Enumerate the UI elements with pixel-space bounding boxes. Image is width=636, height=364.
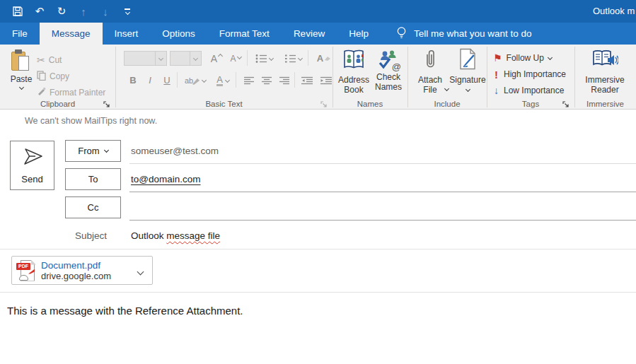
align-left-icon [241, 73, 257, 88]
paste-dropdown-icon [18, 85, 23, 90]
subject-divider [0, 249, 636, 249]
pdf-badge: PDF [16, 263, 30, 270]
format-painter-label: Format Painter [50, 88, 105, 98]
tab-message[interactable]: Message [40, 23, 103, 45]
attachment-filename[interactable]: Document.pdf [41, 260, 111, 271]
from-button[interactable]: From [65, 140, 121, 162]
copy-label: Copy [50, 71, 69, 81]
immersive-reader-icon [591, 49, 618, 73]
highlight-color-icon: ab [182, 73, 209, 88]
font-color-icon: A [212, 73, 233, 88]
undo-icon[interactable]: ↶ [32, 4, 47, 19]
attachment-card[interactable]: PDF Document.pdf drive.google.com [11, 256, 153, 285]
pdf-file-icon: PDF [18, 260, 36, 281]
underline-icon: U [161, 73, 173, 88]
to-button[interactable]: To [65, 168, 121, 190]
send-button[interactable]: Send [10, 141, 54, 190]
include-group-label: Include [407, 100, 487, 108]
subject-misspelled-text: message file [166, 230, 220, 241]
send-label: Send [21, 174, 42, 184]
check-names-button[interactable]: @ Check Names [372, 49, 405, 92]
grow-font-icon: A [208, 51, 225, 66]
from-dropdown-icon [104, 147, 109, 152]
shrink-font-icon: A [227, 51, 244, 66]
low-importance-icon: ↓ [493, 85, 499, 96]
decrease-indent-icon [299, 73, 316, 88]
names-group-label: Names [333, 100, 407, 108]
tags-dialog-launcher-icon[interactable] [562, 99, 570, 107]
scissors-icon: ✂ [37, 54, 45, 66]
tab-insert[interactable]: Insert [103, 23, 151, 45]
signature-button[interactable]: Signature [450, 48, 485, 91]
mailtips-notice: We can't show MailTips right now. [25, 116, 157, 126]
high-importance-button[interactable]: ! High Importance [493, 67, 566, 81]
address-book-icon [342, 49, 365, 73]
send-icon [21, 147, 44, 169]
check-names-icon: @ [377, 49, 400, 70]
attachment-dropdown-icon[interactable] [138, 264, 143, 277]
paste-icon [11, 49, 31, 72]
group-basic-text: A A A B I U ab A [115, 45, 333, 110]
font-name-select [124, 51, 167, 66]
clipboard-group-label: Clipboard [0, 100, 115, 108]
move-up-icon: ↑ [76, 4, 91, 19]
align-center-icon [259, 73, 274, 88]
group-names: Address Book @ Check Names Names [333, 45, 407, 110]
title-bar: ↶ ↻ ↑ ↓ Outlook m [0, 0, 636, 23]
redo-icon[interactable]: ↻ [54, 4, 69, 19]
tags-group-label: Tags [487, 100, 574, 108]
body-divider [0, 292, 636, 293]
subject-value[interactable]: Outlook message file [131, 230, 220, 241]
tab-file[interactable]: File [0, 23, 40, 45]
window-title: Outlook m [593, 6, 635, 16]
from-value[interactable]: someuser@test.com [131, 146, 219, 156]
tab-review[interactable]: Review [282, 23, 337, 45]
attach-file-button[interactable]: Attach File [413, 48, 447, 90]
group-include: Attach File Signature Include [407, 45, 487, 110]
immersive-reader-button[interactable]: Immersive Reader [580, 49, 630, 95]
tell-me-label: Tell me what you want to do [414, 28, 532, 39]
customize-quick-access-icon[interactable] [120, 4, 135, 19]
address-book-label: Address Book [337, 75, 371, 95]
copy-icon [37, 71, 46, 83]
low-importance-button[interactable]: ↓ Low Importance [493, 83, 564, 98]
tab-options[interactable]: Options [150, 23, 207, 45]
check-names-label: Check Names [372, 72, 405, 92]
high-importance-icon: ! [493, 69, 499, 81]
paperclip-icon [424, 48, 436, 73]
address-book-button[interactable]: Address Book [337, 49, 371, 95]
follow-up-button[interactable]: ⚑ Follow Up [493, 51, 552, 65]
from-field-underline[interactable] [129, 163, 636, 164]
subject-label: Subject [65, 230, 107, 241]
copy-button: Copy [37, 69, 69, 83]
to-field-underline[interactable] [129, 192, 636, 192]
clipboard-dialog-launcher-icon[interactable] [103, 99, 111, 107]
tell-me-box[interactable]: Tell me what you want to do [396, 23, 532, 45]
cc-button[interactable]: Cc [65, 196, 121, 218]
tab-format-text[interactable]: Format Text [207, 23, 282, 45]
message-body[interactable]: This is a message with the Reference Att… [7, 305, 243, 317]
high-importance-label: High Importance [504, 69, 566, 79]
clear-formatting-icon: A [315, 51, 333, 66]
cc-field-underline[interactable] [129, 220, 636, 221]
group-tags: ⚑ Follow Up ! High Importance ↓ Low Impo… [487, 45, 574, 110]
follow-up-dropdown-icon [548, 54, 553, 59]
group-clipboard: Paste ✂ Cut Copy Format Painter Clipboar… [0, 45, 115, 110]
follow-up-label: Follow Up [507, 53, 544, 63]
to-value[interactable]: to@domain.com [131, 174, 201, 184]
cut-label: Cut [49, 55, 62, 65]
font-size-select [170, 51, 202, 66]
basic-text-dialog-launcher-icon[interactable] [320, 99, 328, 107]
signature-dropdown-icon [465, 87, 470, 92]
from-label: From [78, 146, 99, 156]
tab-help[interactable]: Help [337, 23, 381, 45]
signature-icon [458, 48, 477, 73]
low-importance-label: Low Importance [504, 86, 564, 95]
save-icon[interactable] [10, 4, 25, 19]
quick-access-toolbar: ↶ ↻ ↑ ↓ [10, 0, 135, 23]
paste-button[interactable]: Paste [7, 49, 35, 89]
align-right-icon [277, 73, 292, 88]
to-label: To [88, 174, 98, 184]
ribbon-tab-row: File Message Insert Options Format Text … [0, 23, 636, 45]
attachment-source: drive.google.com [41, 271, 111, 281]
